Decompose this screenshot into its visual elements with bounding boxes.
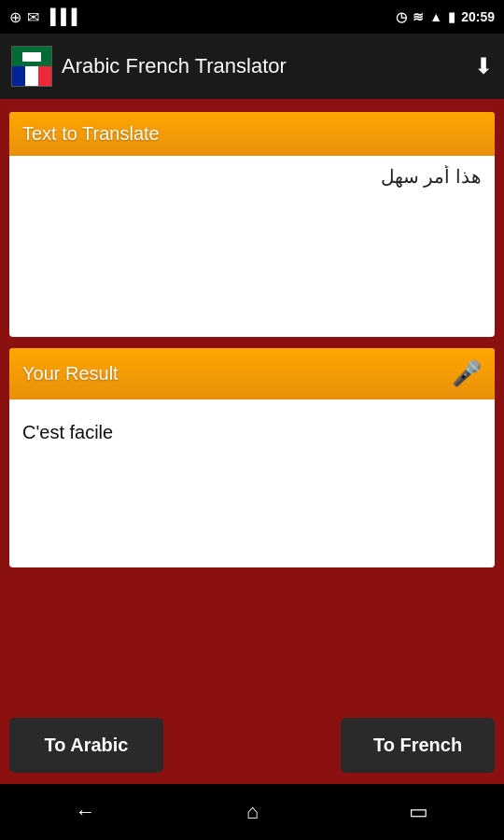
status-bar: ⊕ ✉ ▐▐▐ ◷ ≋ ▲ ▮ 20:59 xyxy=(0,0,504,34)
home-button[interactable]: ⌂ xyxy=(246,800,259,824)
sms-icon: ✉ xyxy=(27,8,39,26)
app-title: Arabic French Translator xyxy=(62,54,287,78)
to-french-button[interactable]: To French xyxy=(341,718,495,773)
recents-button[interactable]: ▭ xyxy=(409,800,428,824)
input-section: Text to Translate xyxy=(9,112,495,337)
result-text: C'est facile xyxy=(22,409,482,455)
alarm-icon: ◷ xyxy=(396,9,407,24)
status-left-icons: ⊕ ✉ ▐▐▐ xyxy=(9,8,77,26)
nav-bar: ← ⌂ ▭ xyxy=(0,784,504,840)
microphone-icon[interactable]: 🎤 xyxy=(452,359,482,388)
flag-france xyxy=(12,66,51,86)
status-right-icons: ◷ ≋ ▲ ▮ 20:59 xyxy=(396,9,495,24)
flag-saudi xyxy=(12,47,51,66)
input-section-title: Text to Translate xyxy=(22,123,160,145)
app-bar: Arabic French Translator ⬇ xyxy=(0,34,504,99)
flag-icon xyxy=(11,46,52,87)
input-section-header: Text to Translate xyxy=(9,112,495,156)
main-content: Text to Translate Your Result 🎤 C'est fa… xyxy=(0,99,504,708)
signal-bars-icon: ▐▐▐ xyxy=(45,8,77,25)
result-section-body: C'est facile xyxy=(9,399,495,567)
result-section-title: Your Result xyxy=(22,363,119,385)
flag-france-white xyxy=(25,66,38,86)
back-button[interactable]: ← xyxy=(76,800,96,824)
signal-icon: ▲ xyxy=(429,9,442,24)
result-section: Your Result 🎤 C'est facile xyxy=(9,348,495,567)
download-icon[interactable]: ⬇ xyxy=(474,53,493,79)
whatsapp-icon: ⊕ xyxy=(9,8,21,26)
result-section-header: Your Result 🎤 xyxy=(9,348,495,399)
wifi-icon: ≋ xyxy=(413,9,424,24)
clock: 20:59 xyxy=(461,9,495,24)
flag-france-blue xyxy=(12,66,25,86)
flag-france-red xyxy=(38,66,51,86)
battery-icon: ▮ xyxy=(448,9,455,24)
to-arabic-button[interactable]: To Arabic xyxy=(9,718,163,773)
app-bar-left: Arabic French Translator xyxy=(11,46,287,87)
bottom-buttons: To Arabic To French xyxy=(0,708,504,784)
input-section-body xyxy=(9,156,495,337)
arabic-input[interactable] xyxy=(22,165,482,324)
